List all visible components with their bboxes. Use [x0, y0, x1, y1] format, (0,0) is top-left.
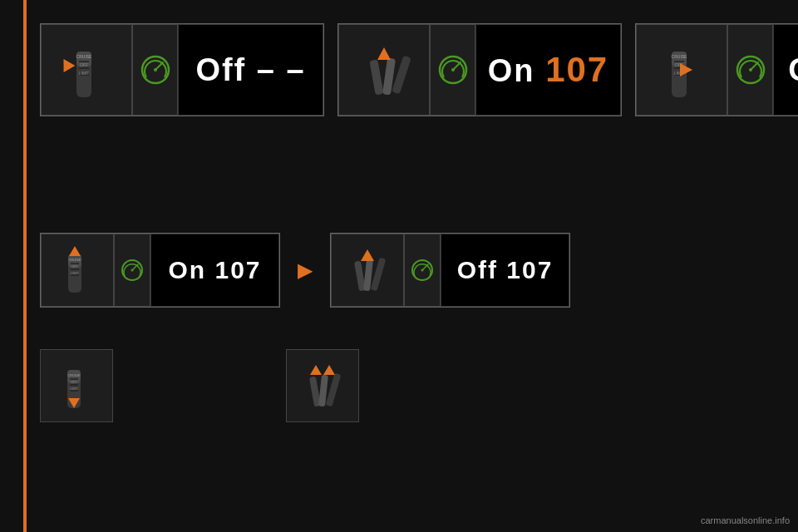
display-panel-on107-highlight: On 107 — [475, 24, 621, 116]
group2-row2: Off 107 — [330, 233, 570, 308]
gauge-icon-r2-2 — [410, 258, 435, 283]
display-text-r2-on107: On 107 — [168, 256, 261, 284]
stalk-panel-r2-1: CRUISE OFF LIMIT — [41, 234, 114, 307]
gauge-panel-2 — [430, 24, 475, 116]
group2-row1: On 107 — [337, 23, 622, 116]
row2: CRUISE OFF LIMIT On 107 — [40, 233, 570, 308]
stalk-panel-1: CRUISE OFF LIMIT — [41, 24, 132, 116]
gauge-panel-r2-2 — [404, 234, 441, 307]
svg-text:CRUISE: CRUISE — [76, 54, 92, 59]
display-text-r2-off107: Off 107 — [457, 256, 554, 284]
page-container: CRUISE OFF LIMIT Off – – — [0, 0, 798, 532]
svg-point-30 — [749, 68, 752, 71]
display-text-on107: On 107 — [488, 50, 608, 90]
svg-text:CRUISE: CRUISE — [68, 258, 81, 262]
stalk-icon-r3-1: CRUISE OFF LIMIT — [47, 357, 106, 415]
left-border-decoration — [23, 0, 27, 532]
svg-point-11 — [154, 68, 157, 71]
svg-text:OFF: OFF — [71, 380, 78, 384]
display-text-on107-2: On 107 — [788, 52, 798, 88]
svg-text:OFF: OFF — [71, 264, 79, 268]
display-panel-on107-2: On 107 — [773, 24, 798, 116]
svg-marker-39 — [69, 246, 81, 256]
svg-marker-62 — [310, 365, 322, 375]
svg-text:CRUISE: CRUISE — [671, 54, 687, 59]
stalk-panel-r3-1: CRUISE OFF LIMIT — [40, 349, 113, 422]
gauge-panel-r2-1 — [114, 234, 150, 307]
gauge-panel-3 — [727, 24, 773, 116]
svg-text:OFF: OFF — [80, 62, 88, 67]
finger-panel-r3-2 — [286, 349, 359, 422]
row3: CRUISE OFF LIMIT — [40, 349, 359, 422]
gauge-icon-r2-1 — [120, 258, 145, 283]
svg-text:CRUISE: CRUISE — [67, 373, 80, 377]
svg-point-49 — [421, 269, 424, 272]
svg-text:LIMIT: LIMIT — [70, 387, 79, 391]
gauge-icon-1 — [140, 54, 171, 86]
finger-icon-r3 — [293, 357, 352, 415]
stalk-panel-3: CRUISE OFF LIMIT — [636, 24, 727, 116]
row1: CRUISE OFF LIMIT Off – – — [40, 23, 798, 116]
display-text-off: Off – – — [195, 52, 305, 88]
svg-point-18 — [451, 68, 455, 71]
svg-text:LIMIT: LIMIT — [71, 271, 80, 275]
svg-text:LIMIT: LIMIT — [78, 71, 89, 76]
svg-marker-46 — [361, 249, 374, 261]
finger-icon-r2 — [338, 241, 397, 299]
svg-rect-12 — [369, 59, 383, 95]
arrow-right-divider: ▶ — [293, 234, 317, 307]
gauge-panel-1 — [132, 24, 178, 116]
stalk-icon-r2-1: CRUISE OFF LIMIT — [48, 241, 106, 299]
group3-row1: CRUISE OFF LIMIT On 107 — [635, 23, 798, 116]
svg-marker-63 — [323, 365, 335, 375]
display-panel-r2-off107: Off 107 — [441, 234, 569, 307]
display-panel-off: Off – – — [178, 24, 323, 116]
svg-marker-8 — [57, 55, 75, 71]
stalk-icon-1: CRUISE OFF LIMIT — [52, 35, 122, 106]
finger-panel-1 — [338, 24, 430, 116]
svg-point-42 — [131, 269, 134, 272]
svg-marker-15 — [377, 47, 391, 60]
gauge-icon-2 — [437, 54, 469, 86]
finger-panel-r2-2 — [331, 234, 404, 307]
gauge-icon-3 — [735, 54, 766, 86]
stalk-icon-3: CRUISE OFF LIMIT — [647, 35, 717, 106]
finger-icon-1 — [349, 35, 420, 106]
display-panel-r2-on107: On 107 — [150, 234, 279, 307]
group1-row2: CRUISE OFF LIMIT On 107 — [40, 233, 280, 308]
watermark: carmanualsonline.info — [701, 515, 790, 525]
group1-row1: CRUISE OFF LIMIT Off – – — [40, 23, 324, 116]
